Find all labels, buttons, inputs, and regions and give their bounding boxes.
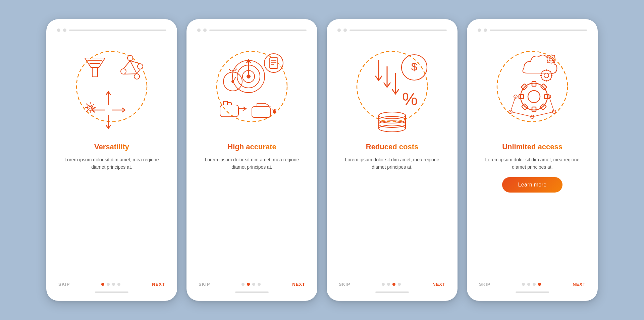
skip-button-2[interactable]: SKIP	[199, 282, 210, 287]
svg-point-89	[528, 91, 540, 103]
svg-point-70	[379, 121, 406, 127]
nav-dot-2-2[interactable]	[252, 283, 255, 286]
svg-point-88	[521, 83, 547, 110]
nav-dot-3-2[interactable]	[392, 283, 395, 286]
bottom-line-1	[95, 291, 128, 293]
illustration-unlimited-access	[485, 38, 579, 139]
nav-dot-1-3[interactable]	[117, 283, 120, 286]
svg-point-69	[379, 125, 406, 132]
svg-point-99	[544, 73, 549, 78]
top-bar-4	[478, 29, 587, 32]
dots-nav-1	[101, 283, 120, 286]
svg-rect-55	[220, 105, 238, 117]
skip-button-1[interactable]: SKIP	[58, 282, 70, 287]
top-dot-3-right	[343, 29, 347, 32]
svg-line-115	[511, 112, 532, 117]
nav-dot-4-1[interactable]	[527, 283, 530, 286]
svg-line-87	[547, 62, 548, 63]
nav-dot-4-2[interactable]	[533, 283, 536, 286]
svg-line-46	[235, 69, 237, 71]
svg-text:$: $	[411, 61, 417, 73]
nav-dot-3-0[interactable]	[382, 283, 385, 286]
bottom-line-2	[235, 291, 269, 293]
phone-card-versatility: Versatility Lorem ipsum dolor sit dim am…	[46, 19, 177, 301]
svg-rect-2	[92, 67, 98, 77]
top-line	[69, 30, 166, 31]
phone-card-reduced-costs: $ %	[327, 19, 458, 301]
card-title-unlimited-access: Unlimited access	[502, 143, 562, 151]
bottom-nav-versatility: SKIP NEXT	[57, 282, 166, 287]
svg-point-32	[247, 74, 251, 78]
next-button-3[interactable]: NEXT	[432, 282, 445, 287]
bottom-line-4	[516, 291, 549, 293]
screens-container: Versatility Lorem ipsum dolor sit dim am…	[46, 19, 598, 301]
top-line-3	[350, 30, 447, 31]
card-description-high-accurate: Lorem ipsum dolor sit dim amet, mea regi…	[197, 156, 307, 171]
svg-marker-1	[85, 58, 105, 67]
bottom-nav-2: SKIP NEXT	[197, 282, 307, 287]
svg-point-8	[134, 74, 140, 79]
card-title-versatility: Versatility	[94, 143, 129, 151]
svg-line-116	[532, 112, 554, 117]
nav-dot-2-3[interactable]	[258, 283, 261, 286]
svg-rect-35	[270, 58, 278, 68]
skip-button-4[interactable]: SKIP	[479, 282, 490, 287]
nav-dot-3-1[interactable]	[387, 283, 390, 286]
nav-dot-3-3[interactable]	[398, 283, 401, 286]
svg-rect-91	[532, 107, 536, 112]
svg-line-50	[265, 103, 270, 107]
illustration-versatility	[65, 38, 159, 139]
svg-point-15	[89, 106, 92, 109]
top-line-4	[490, 30, 587, 31]
card-title-reduced-costs: Reduced costs	[366, 143, 419, 151]
nav-dot-4-3[interactable]	[538, 283, 541, 286]
svg-point-71	[379, 116, 406, 123]
next-button-4[interactable]: NEXT	[573, 282, 586, 287]
top-bar	[57, 29, 166, 32]
card-description-unlimited-access: Lorem ipsum dolor sit dim amet, mea regi…	[478, 156, 587, 171]
card-description-reduced-costs: Lorem ipsum dolor sit dim amet, mea regi…	[337, 156, 447, 171]
svg-point-7	[121, 69, 126, 74]
skip-button-3[interactable]: SKIP	[339, 282, 350, 287]
nav-dot-4-0[interactable]	[522, 283, 525, 286]
top-dot-3-left	[337, 29, 341, 32]
nav-dot-1-2[interactable]	[112, 283, 115, 286]
top-dot-4-left	[478, 29, 481, 32]
svg-text:%: %	[402, 89, 418, 109]
svg-point-74	[379, 112, 406, 119]
bottom-nav-4: SKIP NEXT	[478, 282, 587, 287]
svg-rect-90	[532, 82, 536, 86]
top-line-2	[209, 30, 307, 31]
top-dot-4-right	[484, 29, 487, 32]
top-dot-2-left	[197, 29, 201, 32]
nav-dot-2-1[interactable]	[247, 283, 250, 286]
dots-nav-2	[241, 283, 261, 286]
card-title-high-accurate: High accurate	[227, 143, 276, 151]
svg-line-113	[511, 97, 516, 112]
illustration-reduced-costs: $ %	[345, 38, 439, 139]
svg-line-9	[123, 61, 130, 69]
top-bar-2	[197, 29, 307, 32]
svg-line-12	[123, 74, 137, 74]
dots-nav-3	[382, 283, 401, 286]
bottom-nav-3: SKIP NEXT	[337, 282, 447, 287]
top-dot-right	[63, 29, 66, 32]
next-button-2[interactable]: NEXT	[292, 282, 305, 287]
dots-nav-4	[522, 283, 541, 286]
svg-line-114	[549, 97, 554, 112]
nav-dot-1-0[interactable]	[101, 283, 104, 286]
svg-point-6	[138, 64, 143, 69]
svg-rect-92	[519, 95, 524, 99]
svg-line-22	[93, 104, 94, 105]
phone-card-high-accurate: High accurate Lorem ipsum dolor sit dim …	[186, 19, 317, 301]
nav-dot-1-1[interactable]	[107, 283, 110, 286]
nav-dot-2-0[interactable]	[241, 283, 245, 286]
next-button-1[interactable]: NEXT	[152, 282, 165, 287]
illustration-high-accurate	[205, 38, 299, 139]
svg-line-11	[137, 69, 140, 74]
svg-line-43	[233, 77, 236, 82]
svg-rect-47	[252, 107, 270, 117]
learn-more-button[interactable]: Learn more	[502, 177, 563, 193]
top-dot-2-right	[203, 29, 207, 32]
bottom-line-3	[375, 291, 409, 293]
